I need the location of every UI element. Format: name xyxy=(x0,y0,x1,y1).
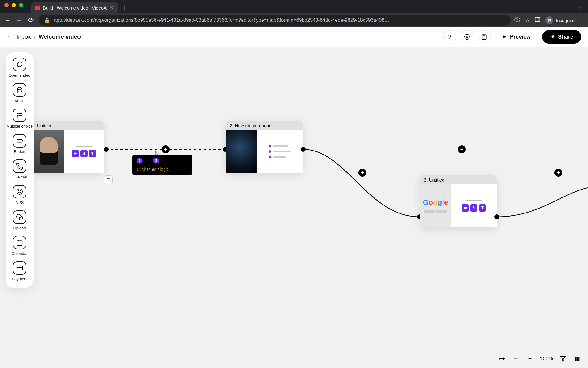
tool-button[interactable]: Button xyxy=(13,134,26,154)
browser-toolbar: ← → ⟳ 🔒 app.videoask.com/app/organizatio… xyxy=(0,13,588,27)
clipboard-button[interactable] xyxy=(478,30,491,43)
tool-upload[interactable]: Upload xyxy=(13,210,26,230)
svg-rect-0 xyxy=(535,17,540,21)
step-card-2[interactable]: 2. How did you hear ... xyxy=(226,121,303,173)
logic-to-chip: 2 xyxy=(153,158,159,164)
address-bar[interactable]: 🔒 app.videoask.com/app/organizations/8b9… xyxy=(39,15,511,26)
tool-voice[interactable]: Voice xyxy=(13,83,26,103)
svg-rect-14 xyxy=(108,178,109,179)
tool-nps[interactable]: NPS xyxy=(13,185,26,205)
add-step-on-branch-2[interactable]: + xyxy=(358,169,366,177)
phone-icon xyxy=(16,163,23,170)
logic-from-chip: 1 xyxy=(137,158,143,164)
step-card-3[interactable]: 3. Untitled Google xyxy=(420,175,497,227)
fit-width-button[interactable] xyxy=(498,355,506,363)
connectors-layer xyxy=(0,47,588,368)
tool-multiple-choice[interactable]: Multiple choice xyxy=(6,109,33,128)
zoom-in-button[interactable]: + xyxy=(526,355,534,363)
step-1-out-port[interactable] xyxy=(104,147,109,152)
columns-icon xyxy=(574,356,580,362)
step-1-clipboard-badge[interactable] xyxy=(104,175,113,184)
browser-forward-button[interactable]: → xyxy=(15,16,23,24)
tool-label: NPS xyxy=(16,200,24,205)
add-step-between-1-2[interactable]: + xyxy=(162,145,170,153)
answer-type-icons xyxy=(72,150,96,157)
star-icon[interactable]: ☆ xyxy=(525,17,530,23)
window-maximize-button[interactable] xyxy=(19,3,23,7)
answer-type-icons xyxy=(462,204,486,212)
breadcrumb: ← Inbox / Welcome video xyxy=(7,33,81,41)
zoom-out-button[interactable]: − xyxy=(512,355,520,363)
incognito-icon xyxy=(545,16,553,24)
answer-placeholder-line xyxy=(466,200,482,201)
incognito-indicator[interactable]: Incognito xyxy=(545,16,575,24)
tool-calendar[interactable]: Calendar xyxy=(12,236,28,256)
browser-tab-active[interactable]: Build | Welcome video | VideoA ✕ xyxy=(31,2,118,13)
tab-close-button[interactable]: ✕ xyxy=(110,5,114,11)
gear-icon xyxy=(464,34,470,40)
tabs-overflow-button[interactable] xyxy=(576,4,582,12)
calendar-icon xyxy=(16,239,23,246)
video-answer-icon[interactable] xyxy=(462,204,469,212)
tool-payment[interactable]: Payment xyxy=(12,261,27,281)
layout-grid-button[interactable] xyxy=(573,355,581,363)
settings-button[interactable] xyxy=(461,30,473,43)
svg-point-26 xyxy=(17,115,18,116)
share-button[interactable]: Share xyxy=(542,30,581,44)
filter-button[interactable] xyxy=(559,355,567,363)
eye-off-icon[interactable] xyxy=(514,17,520,24)
svg-point-29 xyxy=(17,189,22,194)
step-card-1[interactable]: Untitled xyxy=(33,121,104,173)
toolbar-icons: ☆ Incognito ⋮ xyxy=(514,16,584,24)
kebab-menu-icon[interactable]: ⋮ xyxy=(579,17,584,23)
choice-row xyxy=(269,156,291,158)
canvas-footer-controls: − + 100% xyxy=(498,355,581,363)
url-text: app.videoask.com/app/organizations/8b955… xyxy=(54,17,389,23)
app-top-bar: ← Inbox / Welcome video ? Preview Share xyxy=(0,27,588,47)
step-3-out-port[interactable] xyxy=(494,214,499,219)
clipboard-icon xyxy=(106,178,111,182)
step-2-choices xyxy=(269,145,291,158)
audio-answer-icon[interactable] xyxy=(470,204,477,212)
panel-icon[interactable] xyxy=(534,17,541,24)
text-answer-icon[interactable] xyxy=(89,150,96,157)
add-step-after-2[interactable]: + xyxy=(458,145,466,153)
svg-point-20 xyxy=(20,89,20,90)
tool-label: Live call xyxy=(13,175,27,179)
send-icon xyxy=(550,34,555,39)
tool-open-ended[interactable]: Open ended xyxy=(9,58,31,78)
audio-answer-icon[interactable] xyxy=(80,150,88,157)
logic-hint-text: Click to edit logic xyxy=(137,167,188,172)
preview-button[interactable]: Preview xyxy=(495,30,538,44)
svg-point-2 xyxy=(548,20,549,21)
credit-card-icon xyxy=(16,265,23,271)
edge-logic-tooltip[interactable]: 1 → 2 if... Click to edit logic xyxy=(132,155,192,175)
window-minimize-button[interactable] xyxy=(12,3,16,7)
text-answer-icon[interactable] xyxy=(479,204,486,212)
lock-icon: 🔒 xyxy=(44,17,50,23)
breadcrumb-inbox-link[interactable]: Inbox xyxy=(17,33,31,40)
breadcrumb-back-button[interactable]: ← xyxy=(7,33,13,41)
svg-marker-42 xyxy=(560,357,566,361)
choice-row xyxy=(269,145,291,147)
svg-point-27 xyxy=(17,117,18,117)
svg-rect-43 xyxy=(575,357,576,361)
help-button[interactable]: ? xyxy=(443,30,456,43)
browser-back-button[interactable]: ← xyxy=(4,16,12,24)
new-tab-button[interactable]: + xyxy=(119,3,129,13)
svg-marker-6 xyxy=(503,35,506,39)
list-icon xyxy=(16,112,23,119)
svg-rect-44 xyxy=(576,357,578,361)
breadcrumb-separator: / xyxy=(34,33,35,40)
tool-live-call[interactable]: Live call xyxy=(13,159,27,179)
window-close-button[interactable] xyxy=(4,3,9,7)
svg-point-21 xyxy=(21,89,21,90)
fit-width-icon xyxy=(498,356,506,362)
step-2-out-port[interactable] xyxy=(301,147,306,152)
flow-canvas[interactable]: Untitled + xyxy=(0,47,588,368)
add-step-after-3[interactable]: + xyxy=(554,169,562,177)
svg-rect-8 xyxy=(74,153,76,154)
answer-placeholder-line xyxy=(76,146,92,147)
browser-reload-button[interactable]: ⟳ xyxy=(27,16,35,24)
video-answer-icon[interactable] xyxy=(72,150,79,157)
